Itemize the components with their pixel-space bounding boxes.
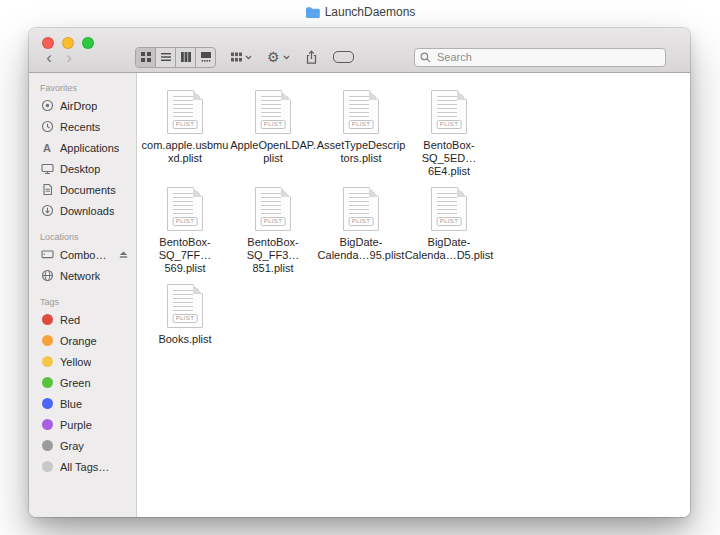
plist-file-icon: PLIST	[255, 90, 291, 134]
plist-file-icon: PLIST	[431, 187, 467, 231]
group-icon	[231, 52, 242, 62]
downloads-icon	[40, 204, 54, 217]
file-browser-content: PLIST com.apple.usbmu xd.plist PLIST App…	[137, 73, 690, 517]
sidebar-item-tag-orange[interactable]: Orange	[29, 330, 136, 351]
plist-file-icon: PLIST	[167, 284, 203, 328]
gallery-view-icon	[201, 52, 211, 62]
sidebar-section-locations: Locations	[29, 232, 136, 244]
file-name: BentoBox- SQ_FF3…851.plist	[227, 236, 319, 275]
sidebar-item-desktop[interactable]: Desktop	[29, 158, 136, 179]
file-item[interactable]: PLIST BentoBox- SQ_FF3…851.plist	[229, 184, 317, 281]
titlebar-toolbar: ‹ › ⚙	[29, 28, 690, 73]
sidebar-item-tag-gray[interactable]: Gray	[29, 435, 136, 456]
view-mode-control	[135, 47, 216, 68]
tag-color-dot	[42, 398, 53, 409]
file-name: BigDate- Calenda…D5.plist	[403, 236, 495, 262]
sidebar-item-applications[interactable]: A Applications	[29, 137, 136, 158]
file-name: AssetTypeDescrip tors.plist	[315, 139, 407, 165]
gallery-view-button[interactable]	[196, 48, 215, 67]
finder-window: ‹ › ⚙	[29, 28, 690, 517]
chevron-down-icon	[245, 55, 252, 60]
toolbar: ‹ › ⚙	[29, 45, 690, 69]
icon-view-button[interactable]	[136, 48, 156, 67]
file-item[interactable]: PLIST Books.plist	[141, 281, 229, 378]
applications-icon: A	[40, 142, 54, 154]
tag-color-dot	[42, 440, 53, 451]
tag-color-dot	[42, 356, 53, 367]
sidebar-item-documents[interactable]: Documents	[29, 179, 136, 200]
tag-icon	[333, 51, 354, 63]
back-button[interactable]: ‹	[39, 47, 59, 67]
list-view-button[interactable]	[156, 48, 176, 67]
plist-file-icon: PLIST	[343, 187, 379, 231]
navigation-buttons: ‹ ›	[39, 47, 79, 67]
file-name: AppleOpenLDAP. plist	[227, 139, 319, 165]
sidebar-section-tags: Tags	[29, 297, 136, 309]
file-item[interactable]: PLIST com.apple.usbmu xd.plist	[141, 87, 229, 184]
search-field[interactable]	[414, 48, 666, 67]
group-button[interactable]	[231, 52, 252, 62]
sidebar-section-favorites: Favorites	[29, 83, 136, 95]
plist-file-icon: PLIST	[255, 187, 291, 231]
forward-button[interactable]: ›	[59, 47, 79, 67]
share-button[interactable]	[305, 50, 318, 65]
list-view-icon	[161, 52, 171, 62]
file-item[interactable]: PLIST AppleOpenLDAP. plist	[229, 87, 317, 184]
sidebar: Favorites AirDrop Recents A Applications…	[29, 73, 137, 517]
sidebar-item-combo-drive[interactable]: Combo…	[29, 244, 136, 265]
sidebar-item-recents[interactable]: Recents	[29, 116, 136, 137]
file-item[interactable]: PLIST BentoBox- SQ_5ED…6E4.plist	[405, 87, 493, 184]
file-name: BigDate- Calenda…95.plist	[315, 236, 407, 262]
file-item[interactable]: PLIST BentoBox- SQ_7FF…569.plist	[141, 184, 229, 281]
sidebar-item-network[interactable]: Network	[29, 265, 136, 286]
tags-button[interactable]	[333, 51, 354, 63]
file-item[interactable]: PLIST AssetTypeDescrip tors.plist	[317, 87, 405, 184]
search-input[interactable]	[435, 50, 660, 64]
icon-grid: PLIST com.apple.usbmu xd.plist PLIST App…	[141, 87, 690, 378]
sidebar-item-airdrop[interactable]: AirDrop	[29, 95, 136, 116]
file-item[interactable]: PLIST BigDate- Calenda…95.plist	[317, 184, 405, 281]
tag-color-dot	[42, 377, 53, 388]
sidebar-item-tag-green[interactable]: Green	[29, 372, 136, 393]
column-view-icon	[181, 52, 191, 62]
tag-color-dot	[42, 461, 53, 472]
sidebar-item-all-tags[interactable]: All Tags…	[29, 456, 136, 477]
file-name: com.apple.usbmu xd.plist	[139, 139, 231, 165]
sidebar-item-tag-purple[interactable]: Purple	[29, 414, 136, 435]
caption-title: LaunchDaemons	[325, 5, 416, 19]
document-icon	[40, 183, 54, 196]
sidebar-item-tag-red[interactable]: Red	[29, 309, 136, 330]
tag-color-dot	[42, 335, 53, 346]
folder-icon	[305, 6, 320, 19]
search-icon	[420, 52, 431, 63]
plist-file-icon: PLIST	[167, 90, 203, 134]
plist-file-icon: PLIST	[167, 187, 203, 231]
gear-icon: ⚙	[267, 50, 280, 64]
chevron-down-icon	[283, 55, 290, 60]
clock-icon	[40, 120, 54, 133]
airdrop-icon	[40, 99, 54, 112]
sidebar-item-tag-yellow[interactable]: Yellow	[29, 351, 136, 372]
action-menu-button[interactable]: ⚙	[267, 50, 290, 64]
file-item[interactable]: PLIST BigDate- Calenda…D5.plist	[405, 184, 493, 281]
column-view-button[interactable]	[176, 48, 196, 67]
file-name: BentoBox- SQ_5ED…6E4.plist	[403, 139, 495, 178]
plist-file-icon: PLIST	[431, 90, 467, 134]
globe-icon	[40, 269, 54, 282]
eject-icon[interactable]	[118, 249, 129, 260]
tag-color-dot	[42, 314, 53, 325]
desktop-icon	[40, 162, 54, 175]
tag-color-dot	[42, 419, 53, 430]
file-name: Books.plist	[139, 333, 231, 346]
sidebar-item-downloads[interactable]: Downloads	[29, 200, 136, 221]
sidebar-item-tag-blue[interactable]: Blue	[29, 393, 136, 414]
file-name: BentoBox- SQ_7FF…569.plist	[139, 236, 231, 275]
external-disk-icon	[40, 248, 54, 261]
icon-view-icon	[141, 52, 151, 62]
window-title-caption: LaunchDaemons	[0, 5, 720, 19]
share-icon	[305, 50, 318, 65]
plist-file-icon: PLIST	[343, 90, 379, 134]
